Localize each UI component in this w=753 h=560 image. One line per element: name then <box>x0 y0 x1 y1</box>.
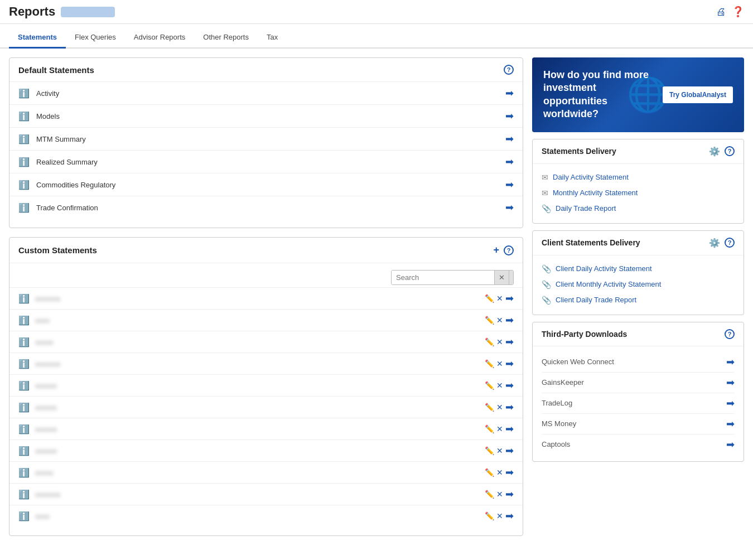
stmt-arrow-activity[interactable]: ➡ <box>505 87 514 99</box>
custom-info-icon[interactable]: ℹ️ <box>18 337 30 347</box>
stmt-arrow-models[interactable]: ➡ <box>505 110 514 122</box>
search-go-button[interactable]: 🔍 <box>509 271 514 284</box>
default-statements-help-icon[interactable]: ? <box>504 65 514 75</box>
client-daily-trade-report-link[interactable]: Client Daily Trade Report <box>556 296 636 304</box>
stmt-arrow-trade-confirmation[interactable]: ➡ <box>505 201 514 214</box>
go-icon[interactable]: ➡ <box>505 292 514 305</box>
stmt-row-models: ℹ️ Models ➡ <box>9 104 523 127</box>
stmt-info-icon-models[interactable]: ℹ️ <box>18 111 30 122</box>
custom-info-icon[interactable]: ℹ️ <box>18 446 30 456</box>
delivery-item-daily-trade: 📎 Daily Trade Report <box>542 201 735 216</box>
custom-row-actions: ✏️ ✕ ➡ <box>485 423 514 435</box>
go-icon[interactable]: ➡ <box>505 488 514 500</box>
edit-icon[interactable]: ✏️ <box>485 403 494 412</box>
try-globalanalyst-button[interactable]: Try GlobalAnalyst <box>663 86 733 103</box>
add-custom-statement-icon[interactable]: + <box>493 244 499 256</box>
delivery-item-daily-activity: ✉ Daily Activity Statement <box>542 170 735 185</box>
custom-info-icon[interactable]: ℹ️ <box>18 467 30 478</box>
go-icon[interactable]: ➡ <box>505 336 514 348</box>
delete-icon[interactable]: ✕ <box>496 359 503 368</box>
daily-activity-statement-link[interactable]: Daily Activity Statement <box>553 173 629 181</box>
email-icon: ✉ <box>542 173 548 182</box>
help-icon[interactable]: ❓ <box>732 6 744 18</box>
custom-info-icon[interactable]: ℹ️ <box>18 359 30 369</box>
third-party-item-gainskeeper: GainsKeeper ➡ <box>542 372 735 393</box>
tab-other-reports[interactable]: Other Reports <box>194 27 258 49</box>
client-statements-delivery-header: Client Statements Delivery ⚙️ ? <box>533 231 744 255</box>
tradelog-arrow[interactable]: ➡ <box>726 397 735 409</box>
go-icon[interactable]: ➡ <box>505 314 514 326</box>
stmt-info-icon-commodities[interactable]: ℹ️ <box>18 180 30 190</box>
custom-info-icon[interactable]: ℹ️ <box>18 380 30 391</box>
msmoney-arrow[interactable]: ➡ <box>726 418 735 430</box>
stmt-info-icon-trade-confirmation[interactable]: ℹ️ <box>18 202 30 213</box>
edit-icon[interactable]: ✏️ <box>485 337 494 346</box>
gainskeeper-arrow[interactable]: ➡ <box>726 376 735 389</box>
edit-icon[interactable]: ✏️ <box>485 511 494 520</box>
edit-icon[interactable]: ✏️ <box>485 424 494 433</box>
custom-row-label: xxxx <box>35 316 479 325</box>
go-icon[interactable]: ➡ <box>505 466 514 479</box>
tab-advisor-reports[interactable]: Advisor Reports <box>125 27 194 49</box>
edit-icon[interactable]: ✏️ <box>485 294 494 303</box>
delete-icon[interactable]: ✕ <box>496 294 503 303</box>
statements-delivery-gear-icon[interactable]: ⚙️ <box>709 146 720 157</box>
custom-info-icon[interactable]: ℹ️ <box>18 511 30 522</box>
go-icon[interactable]: ➡ <box>505 401 514 413</box>
captools-arrow[interactable]: ➡ <box>726 438 735 451</box>
search-input[interactable] <box>392 271 494 284</box>
go-icon[interactable]: ➡ <box>505 445 514 457</box>
custom-info-icon[interactable]: ℹ️ <box>18 402 30 413</box>
edit-icon[interactable]: ✏️ <box>485 316 494 325</box>
custom-info-icon[interactable]: ℹ️ <box>18 293 30 304</box>
delete-icon[interactable]: ✕ <box>496 424 503 433</box>
go-icon[interactable]: ➡ <box>505 510 514 522</box>
go-icon[interactable]: ➡ <box>505 423 514 435</box>
stmt-info-icon-mtm[interactable]: ℹ️ <box>18 134 30 144</box>
custom-info-icon[interactable]: ℹ️ <box>18 315 30 326</box>
delete-icon[interactable]: ✕ <box>496 468 503 477</box>
custom-row-label: xxxxxx <box>35 403 479 412</box>
custom-row-actions: ✏️ ✕ ➡ <box>485 401 514 413</box>
delete-icon[interactable]: ✕ <box>496 381 503 390</box>
tab-flex-queries[interactable]: Flex Queries <box>66 27 125 49</box>
stmt-arrow-mtm[interactable]: ➡ <box>505 133 514 145</box>
edit-icon[interactable]: ✏️ <box>485 490 494 499</box>
go-icon[interactable]: ➡ <box>505 379 514 392</box>
stmt-arrow-realized[interactable]: ➡ <box>505 156 514 168</box>
edit-icon[interactable]: ✏️ <box>485 446 494 455</box>
stmt-info-icon-realized[interactable]: ℹ️ <box>18 157 30 167</box>
client-monthly-activity-statement-link[interactable]: Client Monthly Activity Statement <box>556 280 661 288</box>
stmt-arrow-commodities[interactable]: ➡ <box>505 178 514 191</box>
client-daily-activity-statement-link[interactable]: Client Daily Activity Statement <box>556 264 652 273</box>
delete-icon[interactable]: ✕ <box>496 446 503 455</box>
print-icon[interactable]: 🖨 <box>716 6 726 18</box>
third-party-downloads-help-icon[interactable]: ? <box>725 329 735 339</box>
delete-icon[interactable]: ✕ <box>496 337 503 346</box>
custom-statements-help-icon[interactable]: ? <box>504 245 514 255</box>
tab-statements[interactable]: Statements <box>9 27 66 49</box>
quicken-arrow[interactable]: ➡ <box>726 356 735 368</box>
edit-icon[interactable]: ✏️ <box>485 381 494 390</box>
custom-info-icon[interactable]: ℹ️ <box>18 489 30 500</box>
delete-icon[interactable]: ✕ <box>496 403 503 412</box>
tradelog-label: TradeLog <box>542 399 572 407</box>
go-icon[interactable]: ➡ <box>505 358 514 370</box>
custom-row-actions: ✏️ ✕ ➡ <box>485 466 514 479</box>
delete-icon[interactable]: ✕ <box>496 511 503 520</box>
search-clear-button[interactable]: ✕ <box>494 271 509 284</box>
statements-delivery-help-icon[interactable]: ? <box>725 146 735 156</box>
client-statements-delivery-gear-icon[interactable]: ⚙️ <box>709 238 720 248</box>
client-statements-delivery-help-icon[interactable]: ? <box>725 238 735 248</box>
monthly-activity-statement-link[interactable]: Monthly Activity Statement <box>553 189 638 197</box>
custom-info-icon[interactable]: ℹ️ <box>18 424 30 435</box>
tab-tax[interactable]: Tax <box>258 27 287 49</box>
edit-icon[interactable]: ✏️ <box>485 359 494 368</box>
edit-icon[interactable]: ✏️ <box>485 468 494 477</box>
custom-row: ℹ️ xxxxxx ✏️ ✕ ➡ <box>9 440 523 461</box>
stmt-label-realized: Realized Summary <box>36 158 499 166</box>
delete-icon[interactable]: ✕ <box>496 316 503 325</box>
delete-icon[interactable]: ✕ <box>496 490 503 499</box>
stmt-info-icon-activity[interactable]: ℹ️ <box>18 88 30 99</box>
daily-trade-report-link[interactable]: Daily Trade Report <box>556 204 616 213</box>
